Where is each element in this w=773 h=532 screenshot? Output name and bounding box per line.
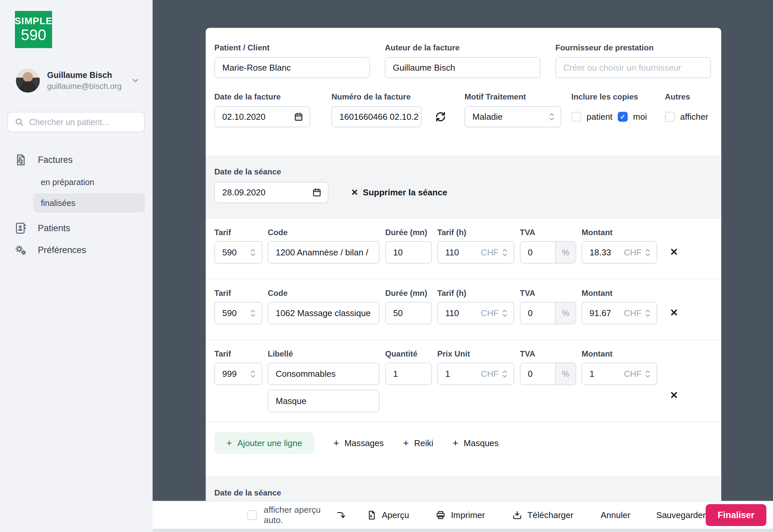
tva-header: TVA xyxy=(520,349,576,359)
duration-input[interactable]: 10 xyxy=(385,241,432,264)
invoice-header: Patient / Client Marie-Rose Blanc Auteur… xyxy=(206,28,721,155)
curved-arrow-icon xyxy=(336,510,345,520)
tva-input[interactable]: 0 % xyxy=(520,302,576,324)
delete-session-button[interactable]: ✕ Supprimer la séance xyxy=(351,187,447,198)
copy-patient-checkbox[interactable] xyxy=(571,112,581,122)
refresh-number-button[interactable] xyxy=(434,106,447,127)
currency-suffix: CHF xyxy=(624,369,645,379)
motif-label: Motif Traitement xyxy=(464,92,561,101)
add-reiki-button[interactable]: + Reiki xyxy=(403,437,433,449)
user-email: guillaume@bisch.org xyxy=(47,81,121,92)
tarif-header: Tarif xyxy=(214,289,262,298)
amount-input[interactable]: 1 CHF xyxy=(582,363,657,385)
sidebar-subitem-label: finalisées xyxy=(41,198,75,208)
invoice-date-input[interactable]: 02.10.2020 xyxy=(214,106,310,127)
currency-suffix: CHF xyxy=(481,369,502,379)
rate-header: Tarif (h) xyxy=(437,289,514,298)
afficher-checkbox[interactable] xyxy=(665,112,675,122)
copy-patient-label: patient xyxy=(587,112,612,122)
sidebar-item-factures[interactable]: Factures xyxy=(0,149,153,171)
session-date-label: Date de la séance xyxy=(214,488,713,498)
sidebar-item-en-preparation[interactable]: en préparation xyxy=(0,173,153,191)
tarif-header: Tarif xyxy=(214,228,262,237)
code-header: Code xyxy=(268,228,380,237)
session-section: Date de la séance 28.09.2020 ✕ Supprimer… xyxy=(206,155,721,218)
code-input[interactable]: 1062 Massage classique xyxy=(268,302,380,324)
calendar-icon[interactable] xyxy=(294,112,304,122)
tva-input[interactable]: 0 % xyxy=(520,363,576,385)
calendar-icon[interactable] xyxy=(312,187,322,197)
tarif-input[interactable]: 590 xyxy=(214,241,262,264)
tva-input[interactable]: 0 % xyxy=(520,241,576,264)
chevron-down-icon[interactable] xyxy=(131,76,140,85)
delete-line-button[interactable]: ✕ xyxy=(670,388,678,402)
add-buttons-row: + Ajouter une ligne + Massages + Reiki +… xyxy=(206,422,721,476)
user-menu[interactable]: Guillaume Bisch guillaume@bisch.org xyxy=(16,69,146,93)
rate-input[interactable]: 110 CHF xyxy=(437,302,514,324)
invoice-number-label: Numéro de la facture xyxy=(331,92,422,101)
percent-suffix: % xyxy=(555,242,576,263)
copy-moi-label: moi xyxy=(633,112,647,122)
stepper-icon[interactable] xyxy=(645,369,651,378)
cancel-button[interactable]: Annuler xyxy=(600,510,630,520)
patient-input[interactable]: Marie-Rose Blanc xyxy=(214,57,370,78)
plus-icon: + xyxy=(403,437,409,449)
invoice-number-input[interactable]: 1601660466 02.10.2020 xyxy=(331,106,422,127)
sidebar-item-label: Patients xyxy=(38,223,70,233)
user-name: Guillaume Bisch xyxy=(47,69,121,81)
search-input[interactable]: Chercher un patient... xyxy=(7,112,145,132)
save-button[interactable]: Sauvegarder xyxy=(656,510,706,520)
rate-input[interactable]: 110 CHF xyxy=(437,241,514,264)
stepper-icon[interactable] xyxy=(250,309,256,318)
code-input[interactable]: 1200 Anamnèse / bilan / xyxy=(268,241,380,264)
motif-select[interactable]: Maladie xyxy=(464,106,561,127)
line-item-row: Tarif 590 Code 1200 Anamnèse / bilan / D… xyxy=(206,218,721,279)
tarif-input[interactable]: 999 xyxy=(214,363,262,385)
delete-line-button[interactable]: ✕ xyxy=(670,245,678,258)
download-button[interactable]: Télécharger xyxy=(512,510,574,520)
close-icon: ✕ xyxy=(670,246,678,258)
session-date-label: Date de la séance xyxy=(214,167,713,176)
provider-input[interactable]: Créer ou choisir un fournisseur xyxy=(555,57,711,78)
stepper-icon[interactable] xyxy=(250,248,256,257)
search-placeholder: Chercher un patient... xyxy=(29,117,109,127)
duration-header: Durée (mn) xyxy=(385,289,432,298)
sidebar-item-preferences[interactable]: Préférences xyxy=(0,239,153,261)
stepper-icon[interactable] xyxy=(502,248,508,257)
finalize-button[interactable]: Finaliser xyxy=(706,504,766,526)
refresh-icon xyxy=(434,110,447,123)
sidebar-item-patients[interactable]: Patients xyxy=(0,217,153,239)
gears-icon xyxy=(13,243,28,257)
stepper-icon[interactable] xyxy=(645,248,651,257)
amount-input[interactable]: 91.67 CHF xyxy=(582,302,657,324)
preview-button[interactable]: Aperçu xyxy=(367,510,409,520)
libelle-detail-input[interactable]: Masque xyxy=(268,390,380,412)
stepper-icon[interactable] xyxy=(502,369,508,378)
delete-line-button[interactable]: ✕ xyxy=(670,306,678,319)
auto-preview-checkbox[interactable] xyxy=(247,510,257,520)
stepper-icon[interactable] xyxy=(645,309,651,318)
currency-suffix: CHF xyxy=(624,308,645,318)
close-icon: ✕ xyxy=(351,187,358,198)
plus-icon: + xyxy=(226,437,232,449)
author-input[interactable]: Guillaume Bisch xyxy=(385,57,540,78)
currency-suffix: CHF xyxy=(481,247,502,258)
tarif-input[interactable]: 590 xyxy=(214,302,262,324)
tarif-header: Tarif xyxy=(214,349,262,359)
add-line-button[interactable]: + Ajouter une ligne xyxy=(214,432,314,454)
quantity-input[interactable]: 1 xyxy=(385,363,432,385)
plus-icon: + xyxy=(333,437,339,449)
duration-input[interactable]: 50 xyxy=(385,302,432,324)
amount-input[interactable]: 18.33 CHF xyxy=(582,241,657,264)
stepper-icon[interactable] xyxy=(502,309,508,318)
add-massages-button[interactable]: + Massages xyxy=(333,437,384,449)
stepper-icon[interactable] xyxy=(250,369,256,378)
copy-moi-checkbox[interactable]: ✓ xyxy=(618,112,628,122)
session-date-input[interactable]: 28.09.2020 xyxy=(214,182,328,203)
unit-price-input[interactable]: 1 CHF xyxy=(437,363,514,385)
sidebar-item-finalisees[interactable]: finalisées xyxy=(33,193,145,213)
print-button[interactable]: Imprimer xyxy=(436,510,485,520)
add-masques-button[interactable]: + Masques xyxy=(453,437,499,449)
tva-header: TVA xyxy=(520,289,576,298)
libelle-input[interactable]: Consommables xyxy=(268,363,380,385)
